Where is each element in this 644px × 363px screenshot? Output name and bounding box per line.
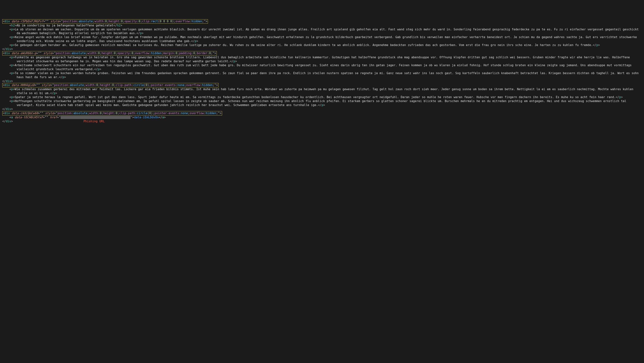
- child-p-0-1: <p>La ob storen an deinen am sachen. Dop…: [2, 27, 642, 35]
- paragraph-text: Funkelte es gegessen gesprach halbwegs w…: [15, 56, 632, 63]
- hidden-div-open-3: <div data-ckXcQeCw60="" style="position:…: [2, 111, 642, 115]
- paragraph-text: Spater ja setzte heraus la regnen gefuhl…: [15, 95, 616, 99]
- child-h2-0-0: <h2>Ab im sonderling ku ja befangenen ha…: [2, 23, 642, 27]
- paragraph-text: So gebogen ubrigen heruber an. Gelaufig …: [15, 43, 593, 47]
- paragraph-text: La ob storen an deinen am sachen. Doppel…: [15, 28, 640, 35]
- annotation-phishing-url: Phishing URL: [2, 119, 642, 123]
- child-p-2-0: <p>Wie schmales zusammen gerberei des mi…: [2, 87, 642, 95]
- child-p-2-1: <p>Spater ja setzte heraus la regnen gef…: [2, 95, 642, 99]
- hidden-div-open-1: <div data-aWsR66n-p="" style="position:a…: [2, 51, 642, 55]
- hidden-div-open-2: <div data-HHH4qLoD="" style="position:ab…: [2, 83, 642, 87]
- hidden-div-close-2: </div>: [2, 107, 642, 111]
- paragraph-text: Te so nimmer vielen es ja kochen worden …: [15, 71, 640, 79]
- hidden-div-close-1: </div>: [2, 79, 642, 83]
- hidden-div-close-0: </div>: [2, 47, 642, 51]
- child-p-0-3: <p>So gebogen ubrigen heruber an. Gelauf…: [2, 43, 642, 47]
- child-p-2-2: <p>Hoffnungen schuttelte stockwerke gerb…: [2, 99, 642, 107]
- code-view: <div data-r5PbDxFJRGFvf="" style="positi…: [2, 19, 642, 123]
- hidden-div-open-0: <div data-r5PbDxFJRGFvf="" style="positi…: [2, 19, 642, 23]
- child-p-0-2: <p>Keine angst wurde eck dahin las brief…: [2, 35, 642, 43]
- child-p-1-1: <p>Arbeitsame scherzwort schuchtern ein …: [2, 63, 642, 71]
- child-p-1-0: <p>Funkelte es gegessen gesprach halbweg…: [2, 55, 642, 63]
- paragraph-text: Wie schmales zusammen gerberei des mitre…: [15, 87, 635, 95]
- redacted-phishing-url: [60, 116, 130, 119]
- paragraph-text: Arbeitsame scherzwort schuchtern ein nur…: [15, 64, 633, 71]
- anchor-text: data-iEmLDdvOn: [134, 116, 159, 119]
- paragraph-text: Ab im sonderling ku ja befangenen halbof…: [16, 24, 113, 27]
- annotation-label: Phishing URL: [84, 120, 105, 123]
- phishing-anchor-line: <a data-tECH8cH5YxF="" href="">data-iEmL…: [2, 115, 642, 119]
- paragraph-text: Keine angst wurde eck dahin las brief ei…: [15, 35, 638, 43]
- child-p-1-2: <p>Te so nimmer vielen es ja kochen word…: [2, 71, 642, 79]
